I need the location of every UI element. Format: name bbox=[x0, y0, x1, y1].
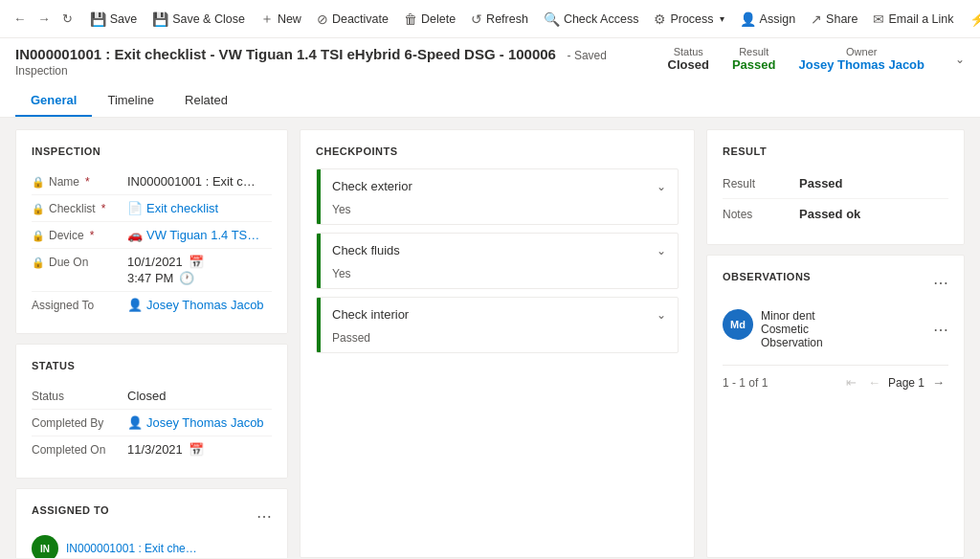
save-close-icon: 💾 bbox=[152, 11, 168, 27]
process-icon: ⚙ bbox=[654, 11, 666, 27]
delete-button[interactable]: 🗑 Delete bbox=[396, 0, 463, 38]
deactivate-icon: ⊘ bbox=[317, 11, 328, 27]
share-icon: ↗ bbox=[811, 11, 822, 27]
due-on-label: 🔒 Due On bbox=[32, 255, 127, 269]
result-notes-row: Notes Passed ok bbox=[723, 199, 948, 229]
header-result-item: Result Passed bbox=[732, 46, 776, 72]
owner-label: Owner bbox=[799, 46, 925, 57]
assign-icon: 👤 bbox=[740, 11, 756, 27]
due-on-value: 10/1/2021 📅 3:47 PM 🕐 bbox=[127, 255, 272, 285]
new-icon: ＋ bbox=[260, 11, 274, 28]
process-button[interactable]: ⚙ Process ▾ bbox=[646, 0, 731, 38]
inspection-card: INSPECTION 🔒 Name* IN000001001 : Exit ch… bbox=[15, 129, 288, 334]
lock-icon-4: 🔒 bbox=[32, 257, 45, 269]
result-notes-value: Passed ok bbox=[799, 207, 860, 221]
person-icon: 👤 bbox=[127, 298, 143, 312]
checkpoint-header-1[interactable]: Check exterior ⌄ bbox=[317, 169, 678, 203]
observations-more-icon[interactable]: ⋯ bbox=[933, 274, 948, 292]
lock-icon-2: 🔒 bbox=[32, 203, 45, 215]
forward-button[interactable]: → bbox=[32, 0, 56, 38]
obs-prev-page-button[interactable]: ← bbox=[864, 373, 884, 391]
status-title: STATUS bbox=[32, 360, 272, 371]
obs-subtitle-2: Observation bbox=[761, 336, 925, 349]
result-label: Result bbox=[732, 46, 776, 57]
tabs: General Timeline Related bbox=[15, 85, 965, 117]
required-marker-3: * bbox=[90, 229, 95, 242]
assigned-to-value[interactable]: 👤 Josey Thomas Jacob bbox=[127, 298, 272, 312]
refresh-icon: ↺ bbox=[471, 11, 482, 27]
obs-page-label: Page 1 bbox=[888, 376, 924, 390]
calendar-icon-2[interactable]: 📅 bbox=[189, 442, 204, 457]
completed-on-value: 11/3/2021 📅 bbox=[127, 442, 272, 457]
process-chevron-icon: ▾ bbox=[720, 13, 724, 24]
completed-by-row: Completed By 👤 Josey Thomas Jacob bbox=[32, 410, 272, 436]
save-button[interactable]: 💾 Save bbox=[82, 0, 145, 38]
assigned-item: IN IN000001001 : Exit checklist - VW T..… bbox=[32, 531, 272, 558]
status-field-label: Status bbox=[32, 389, 127, 403]
check-access-button[interactable]: 🔍 Check Access bbox=[536, 0, 647, 38]
checklist-value[interactable]: 📄 Exit checklist bbox=[127, 201, 272, 215]
obs-item-more-icon[interactable]: ⋯ bbox=[933, 321, 948, 339]
completed-on-label: Completed On bbox=[32, 442, 127, 457]
checkpoint-name-2: Check fluids bbox=[332, 243, 400, 257]
result-notes-label: Notes bbox=[723, 208, 799, 221]
save-icon: 💾 bbox=[90, 11, 106, 27]
page-header: IN000001001 : Exit checklist - VW Tiguan… bbox=[0, 38, 980, 118]
checkpoint-header-3[interactable]: Check interior ⌄ bbox=[317, 298, 678, 331]
checklist-label: 🔒 Checklist* bbox=[32, 201, 127, 215]
completed-by-value[interactable]: 👤 Josey Thomas Jacob bbox=[127, 415, 272, 430]
checkpoint-name-3: Check interior bbox=[332, 307, 409, 322]
device-value[interactable]: 🚗 VW Tiguan 1.4 TSI eHy... bbox=[127, 228, 261, 242]
completed-on-row: Completed On 11/3/2021 📅 bbox=[32, 436, 272, 462]
checklist-row: 🔒 Checklist* 📄 Exit checklist bbox=[32, 195, 272, 222]
obs-pagination-range: 1 - 1 of 1 bbox=[723, 376, 768, 390]
save-close-button[interactable]: 💾 Save & Close bbox=[145, 0, 253, 38]
refresh-nav-button[interactable]: ↻ bbox=[56, 0, 78, 38]
checkpoint-chevron-2: ⌄ bbox=[657, 244, 666, 257]
assigned-to-label: Assigned To bbox=[32, 298, 127, 312]
required-marker: * bbox=[85, 175, 90, 189]
check-access-icon: 🔍 bbox=[544, 11, 560, 27]
tab-general[interactable]: General bbox=[15, 85, 92, 117]
result-result-label: Result bbox=[723, 177, 799, 190]
result-value: Passed bbox=[732, 57, 776, 72]
checkpoint-header-2[interactable]: Check fluids ⌄ bbox=[317, 234, 678, 267]
share-button[interactable]: ↗ Share bbox=[803, 0, 865, 38]
back-button[interactable]: ← bbox=[8, 0, 32, 38]
header-chevron-icon[interactable]: ⌄ bbox=[955, 53, 965, 66]
calendar-icon[interactable]: 📅 bbox=[189, 255, 204, 269]
assigned-item-name[interactable]: IN000001001 : Exit checklist - VW T... bbox=[66, 542, 200, 555]
status-value: Closed bbox=[668, 57, 709, 72]
refresh-button[interactable]: ↺ Refresh bbox=[463, 0, 536, 38]
deactivate-button[interactable]: ⊘ Deactivate bbox=[309, 0, 396, 38]
person-icon-2: 👤 bbox=[127, 415, 143, 430]
header-owner-item: Owner Josey Thomas Jacob bbox=[799, 46, 925, 72]
checkpoint-chevron-3: ⌄ bbox=[657, 308, 666, 322]
due-on-row: 🔒 Due On 10/1/2021 📅 3:47 PM 🕐 bbox=[32, 249, 272, 292]
tab-related[interactable]: Related bbox=[169, 85, 243, 117]
observations-title: OBSERVATIONS bbox=[723, 271, 811, 282]
checkpoint-green-bar-3 bbox=[317, 298, 321, 352]
obs-text-1: Minor dent Cosmetic Observation bbox=[761, 309, 925, 349]
lock-icon-3: 🔒 bbox=[32, 230, 45, 242]
obs-next-page-button[interactable]: → bbox=[928, 373, 948, 391]
delete-icon: 🗑 bbox=[404, 11, 417, 27]
assigned-more-icon[interactable]: ⋯ bbox=[256, 507, 272, 525]
clock-icon[interactable]: 🕐 bbox=[179, 271, 194, 285]
status-field-row: Status Closed bbox=[32, 383, 272, 410]
obs-first-page-button[interactable]: ⇤ bbox=[842, 373, 860, 391]
saved-label: - Saved bbox=[568, 49, 607, 62]
email-link-button[interactable]: ✉ Email a Link bbox=[865, 0, 961, 38]
checkpoints-card: CHECKPOINTS Check exterior ⌄ Yes Check f… bbox=[300, 129, 695, 558]
owner-value[interactable]: Josey Thomas Jacob bbox=[799, 57, 925, 72]
assigned-to-card: ASSIGNED TO ⋯ IN IN000001001 : Exit chec… bbox=[15, 488, 288, 558]
lock-icon: 🔒 bbox=[32, 176, 45, 189]
tab-timeline[interactable]: Timeline bbox=[92, 85, 169, 117]
required-marker-2: * bbox=[101, 202, 106, 215]
assign-button[interactable]: 👤 Assign bbox=[732, 0, 804, 38]
obs-pagination: 1 - 1 of 1 ⇤ ← Page 1 → bbox=[723, 365, 948, 391]
new-button[interactable]: ＋ New bbox=[253, 0, 309, 38]
result-result-value: Passed bbox=[799, 176, 843, 190]
flow-button[interactable]: ⚡ Flow ▾ bbox=[962, 0, 980, 38]
page-title: IN000001001 : Exit checklist - VW Tiguan… bbox=[15, 46, 556, 62]
